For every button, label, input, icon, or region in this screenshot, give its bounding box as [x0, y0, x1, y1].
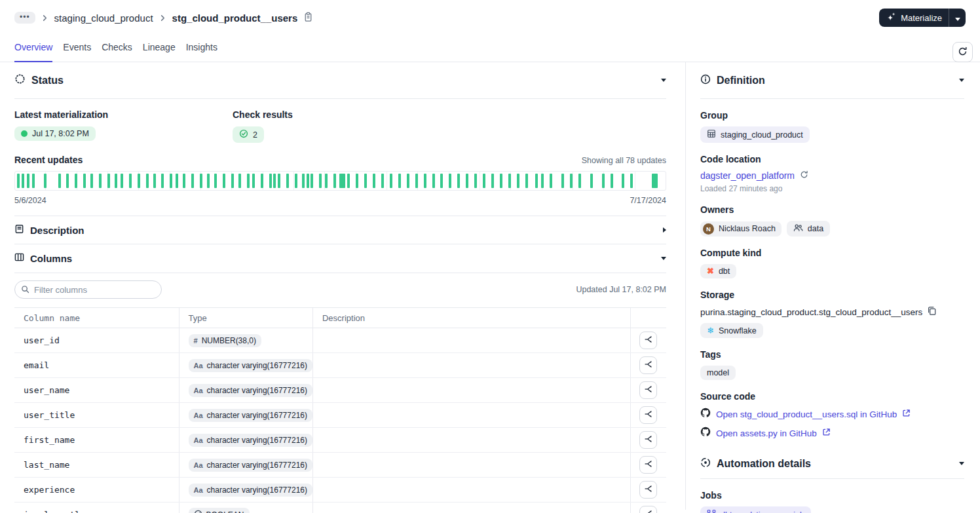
breadcrumb-collapsed-button[interactable]: •••: [14, 12, 35, 24]
update-tick[interactable]: [27, 174, 29, 188]
update-tick[interactable]: [535, 174, 538, 188]
update-tick[interactable]: [457, 174, 460, 188]
update-tick[interactable]: [390, 174, 392, 188]
update-tick[interactable]: [252, 174, 255, 188]
open-in-lineage-button[interactable]: [639, 406, 657, 424]
update-tick[interactable]: [32, 174, 35, 188]
update-tick[interactable]: [373, 174, 375, 188]
materialize-dropdown-button[interactable]: [949, 9, 966, 27]
update-tick[interactable]: [508, 174, 511, 188]
update-tick[interactable]: [90, 174, 93, 188]
collapse-columns-caret[interactable]: [661, 257, 666, 260]
check-results-badge[interactable]: 2: [233, 126, 264, 143]
collapse-status-caret[interactable]: [661, 79, 666, 82]
update-tick[interactable]: [466, 174, 468, 188]
update-tick[interactable]: [449, 174, 451, 188]
expand-description-caret[interactable]: [663, 227, 666, 233]
materialize-button[interactable]: Materialize: [879, 9, 949, 27]
update-tick[interactable]: [307, 174, 309, 188]
update-tick[interactable]: [58, 174, 61, 188]
update-tick[interactable]: [261, 174, 263, 188]
update-tick[interactable]: [161, 174, 164, 188]
owner-team-badge[interactable]: data: [787, 221, 830, 237]
update-tick[interactable]: [295, 174, 297, 188]
update-tick[interactable]: [381, 174, 384, 188]
update-tick[interactable]: [424, 174, 426, 188]
update-tick[interactable]: [66, 174, 69, 188]
reload-code-location-button[interactable]: [800, 170, 808, 181]
update-tick[interactable]: [207, 174, 210, 188]
owner-user-badge[interactable]: N Nicklaus Roach: [700, 221, 782, 237]
update-tick[interactable]: [347, 174, 350, 188]
update-tick[interactable]: [311, 174, 313, 188]
update-tick[interactable]: [541, 174, 544, 188]
update-tick[interactable]: [325, 174, 328, 188]
update-tick[interactable]: [214, 174, 217, 188]
update-tick[interactable]: [83, 174, 86, 188]
update-tick[interactable]: [339, 174, 345, 188]
refresh-button[interactable]: [952, 42, 973, 62]
update-tick[interactable]: [17, 174, 20, 188]
update-tick[interactable]: [415, 174, 418, 188]
copy-storage-path-button[interactable]: [927, 306, 937, 318]
update-tick[interactable]: [474, 174, 477, 188]
update-tick[interactable]: [170, 174, 172, 188]
job-badge[interactable]: dbt_analytics_core_job: [700, 506, 811, 513]
update-tick[interactable]: [590, 174, 593, 188]
tab-insights[interactable]: Insights: [186, 38, 217, 62]
update-tick[interactable]: [517, 174, 519, 188]
tab-overview[interactable]: Overview: [14, 38, 52, 62]
tab-events[interactable]: Events: [63, 38, 91, 62]
source-code-link-sql[interactable]: Open stg_cloud_product__users.sql in Git…: [716, 409, 897, 419]
update-tick[interactable]: [570, 174, 573, 188]
update-tick[interactable]: [319, 174, 322, 188]
group-badge[interactable]: staging_cloud_product: [700, 126, 810, 143]
open-in-lineage-button[interactable]: [639, 381, 657, 399]
tag-badge[interactable]: model: [700, 366, 736, 380]
open-in-lineage-button[interactable]: [639, 431, 657, 449]
update-tick[interactable]: [247, 174, 250, 188]
open-in-lineage-button[interactable]: [639, 506, 657, 513]
code-location-link[interactable]: dagster_open_platform: [700, 170, 795, 181]
update-tick[interactable]: [500, 174, 502, 188]
update-tick[interactable]: [115, 174, 117, 188]
storage-platform-badge[interactable]: ❄ Snowflake: [700, 323, 763, 338]
breadcrumb-group-link[interactable]: staging_cloud_product: [54, 12, 153, 24]
open-in-lineage-button[interactable]: [639, 332, 657, 349]
update-tick[interactable]: [622, 174, 624, 188]
update-tick[interactable]: [273, 174, 276, 188]
update-tick[interactable]: [129, 174, 132, 188]
update-tick[interactable]: [44, 174, 47, 188]
update-tick[interactable]: [231, 174, 234, 188]
tab-checks[interactable]: Checks: [102, 38, 132, 62]
update-tick[interactable]: [652, 174, 658, 188]
update-tick[interactable]: [238, 174, 241, 188]
update-tick[interactable]: [550, 174, 552, 188]
recent-updates-strip[interactable]: [14, 171, 666, 191]
update-tick[interactable]: [75, 174, 77, 188]
update-tick[interactable]: [302, 174, 305, 188]
update-tick[interactable]: [440, 174, 443, 188]
update-tick[interactable]: [398, 174, 401, 188]
update-tick[interactable]: [107, 174, 110, 188]
compute-kind-badge[interactable]: ✖ dbt: [700, 264, 736, 278]
update-tick[interactable]: [561, 174, 564, 188]
filter-columns-input[interactable]: [14, 280, 162, 299]
update-tick[interactable]: [200, 174, 202, 188]
update-tick[interactable]: [223, 174, 225, 188]
update-tick[interactable]: [432, 174, 435, 188]
open-in-lineage-button[interactable]: [639, 356, 657, 374]
update-tick[interactable]: [286, 174, 289, 188]
update-tick[interactable]: [333, 174, 336, 188]
update-tick[interactable]: [176, 174, 178, 188]
open-in-lineage-button[interactable]: [639, 481, 657, 499]
tab-lineage[interactable]: Lineage: [143, 38, 176, 62]
update-tick[interactable]: [278, 174, 280, 188]
update-tick[interactable]: [364, 174, 367, 188]
update-tick[interactable]: [578, 174, 581, 188]
update-tick[interactable]: [491, 174, 494, 188]
open-in-lineage-button[interactable]: [639, 456, 657, 474]
update-tick[interactable]: [525, 174, 528, 188]
update-tick[interactable]: [611, 174, 613, 188]
update-tick[interactable]: [269, 174, 272, 188]
